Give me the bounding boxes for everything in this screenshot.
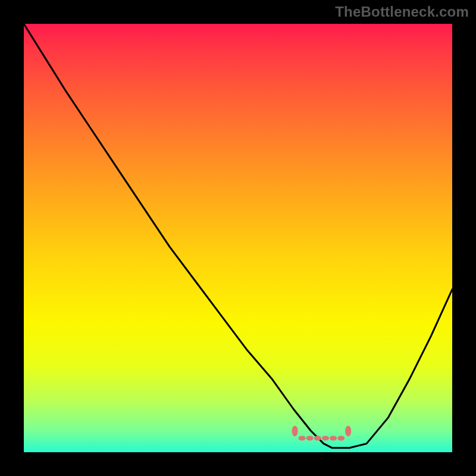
svg-point-2 xyxy=(299,436,306,440)
svg-point-5 xyxy=(322,436,329,440)
svg-point-6 xyxy=(330,436,337,440)
svg-point-0 xyxy=(292,425,298,436)
chart-frame: TheBottleneck.com xyxy=(0,0,476,476)
svg-point-3 xyxy=(306,436,314,440)
svg-point-1 xyxy=(345,425,351,436)
optimal-range-marker xyxy=(292,425,352,440)
svg-point-4 xyxy=(314,436,321,440)
svg-point-7 xyxy=(337,436,345,440)
bottleneck-curve xyxy=(24,24,452,448)
curve-layer xyxy=(24,24,452,452)
watermark-text: TheBottleneck.com xyxy=(335,4,469,20)
plot-area xyxy=(24,24,452,452)
